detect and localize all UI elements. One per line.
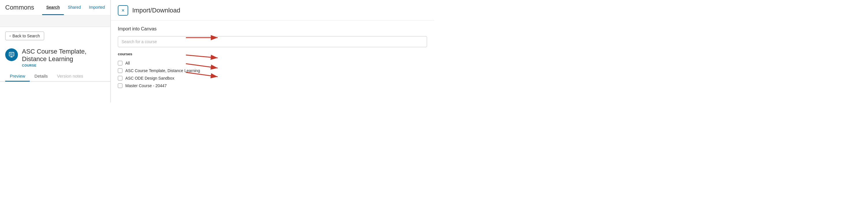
right-panel: × Import/Download Import into Canvas cou… — [111, 0, 434, 103]
search-area — [0, 15, 110, 27]
import-header: × Import/Download — [111, 0, 434, 21]
top-nav: Commons Search Shared Imported Updates (… — [0, 0, 110, 15]
courses-section-label: courses — [118, 52, 427, 56]
tabs-bar: Preview Details Version notes — [0, 71, 110, 82]
back-to-search-button[interactable]: ‹ Back to Search — [5, 31, 44, 40]
course-title-block: ASC Course Template, Distance Learning C… — [22, 48, 105, 67]
back-area: ‹ Back to Search — [0, 27, 110, 45]
close-icon: × — [122, 7, 125, 14]
tab-preview[interactable]: Preview — [5, 71, 30, 82]
commons-logo: Commons — [5, 4, 34, 11]
course-icon-svg — [8, 52, 15, 58]
import-body: Import into Canvas courses All ASC Cours… — [111, 21, 434, 94]
course-list: All ASC Course Template, Distance Learni… — [118, 61, 427, 88]
course-icon — [5, 48, 18, 61]
nav-imported[interactable]: Imported — [85, 0, 109, 15]
svg-rect-3 — [10, 53, 13, 55]
tab-version-notes: Version notes — [52, 71, 88, 82]
course-list-label-master-course: Master Course - 20447 — [125, 83, 166, 88]
back-button-label: Back to Search — [12, 33, 40, 38]
course-list-label-all: All — [125, 61, 130, 66]
course-list-item-asc-template[interactable]: ASC Course Template, Distance Learning — [118, 68, 427, 73]
course-list-item-all[interactable]: All — [118, 61, 427, 66]
course-list-label-asc-ode: ASC ODE Design Sandbox — [125, 76, 175, 80]
tab-details[interactable]: Details — [30, 71, 52, 82]
course-list-item-asc-ode[interactable]: ASC ODE Design Sandbox — [118, 76, 427, 80]
course-info: ASC Course Template, Distance Learning C… — [0, 45, 110, 70]
svg-rect-5 — [10, 54, 11, 54]
close-button[interactable]: × — [118, 5, 128, 16]
course-list-label-asc-template: ASC Course Template, Distance Learning — [125, 68, 200, 73]
checkbox-asc-ode[interactable] — [118, 76, 122, 80]
search-course-input[interactable] — [118, 36, 427, 47]
course-badge: COURSE — [22, 64, 105, 67]
course-list-item-master-course[interactable]: Master Course - 20447 — [118, 83, 427, 88]
import-into-label: Import into Canvas — [118, 26, 427, 31]
nav-search[interactable]: Search — [42, 0, 64, 15]
checkbox-asc-template[interactable] — [118, 68, 122, 73]
left-panel: Commons Search Shared Imported Updates (… — [0, 0, 111, 103]
checkbox-all[interactable] — [118, 61, 122, 66]
back-chevron-icon: ‹ — [9, 34, 11, 38]
nav-shared[interactable]: Shared — [64, 0, 85, 15]
checkbox-master-course[interactable] — [118, 83, 122, 88]
course-title: ASC Course Template, Distance Learning — [22, 48, 105, 63]
import-title: Import/Download — [132, 7, 180, 14]
